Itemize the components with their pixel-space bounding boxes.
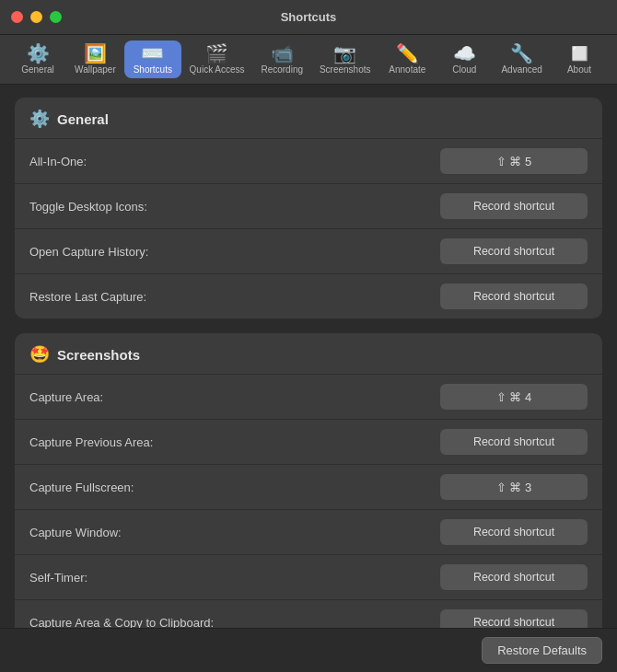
section-general: ⚙️GeneralAll-In-One:⇧ ⌘ 5Toggle Desktop … — [15, 98, 602, 319]
shortcut-button-capture-previous[interactable]: Record shortcut — [440, 429, 588, 455]
toolbar-label-general: General — [21, 64, 54, 75]
shortcut-button-all-in-one[interactable]: ⇧ ⌘ 5 — [440, 148, 588, 174]
general-section-icon: ⚙️ — [29, 109, 50, 129]
row-label-capture-fullscreen: Capture Fullscreen: — [29, 481, 134, 494]
minimize-button[interactable] — [30, 11, 42, 23]
row-label-open-capture: Open Capture History: — [29, 245, 148, 259]
section-title-general: General — [57, 111, 109, 127]
toolbar-item-general[interactable]: ⚙️General — [9, 41, 66, 78]
title-bar: Shortcuts — [0, 0, 617, 35]
shortcut-button-capture-area[interactable]: ⇧ ⌘ 4 — [440, 384, 588, 410]
toolbar-item-cloud[interactable]: ☁️Cloud — [436, 41, 493, 78]
restore-defaults-button[interactable]: Restore Defaults — [482, 637, 602, 664]
window-controls — [11, 11, 62, 23]
annotate-icon: ✏️ — [396, 44, 419, 63]
shortcut-button-toggle-desktop[interactable]: Record shortcut — [440, 193, 588, 219]
quick-access-icon: 🎬 — [205, 44, 228, 63]
row-label-self-timer: Self-Timer: — [29, 571, 87, 585]
toolbar-label-wallpaper: Wallpaper — [75, 64, 116, 75]
screenshots-icon: 📷 — [333, 44, 356, 63]
row-label-capture-previous: Capture Previous Area: — [29, 435, 153, 449]
about-icon: ◻️ — [568, 44, 591, 63]
toolbar-item-shortcuts[interactable]: ⌨️Shortcuts — [124, 41, 181, 78]
row-capture-window: Capture Window:Record shortcut — [15, 510, 602, 555]
row-restore-last: Restore Last Capture:Record shortcut — [15, 274, 602, 319]
row-capture-fullscreen: Capture Fullscreen:⇧ ⌘ 3 — [15, 465, 602, 510]
recording-icon: 📹 — [271, 44, 294, 63]
row-open-capture: Open Capture History:Record shortcut — [15, 229, 602, 274]
row-label-capture-area: Capture Area: — [29, 390, 103, 404]
row-all-in-one: All-In-One:⇧ ⌘ 5 — [15, 139, 602, 184]
toolbar-label-advanced: Advanced — [501, 64, 541, 75]
screenshots-section-icon: 🤩 — [29, 344, 50, 365]
toolbar-label-cloud: Cloud — [452, 64, 476, 75]
row-self-timer: Self-Timer:Record shortcut — [15, 555, 602, 600]
toolbar-item-quick-access[interactable]: 🎬Quick Access — [181, 41, 253, 78]
toolbar-item-recording[interactable]: 📹Recording — [252, 41, 311, 78]
close-button[interactable] — [11, 11, 23, 23]
row-label-all-in-one: All-In-One: — [29, 155, 87, 168]
shortcut-button-restore-last[interactable]: Record shortcut — [440, 284, 588, 309]
toolbar-item-wallpaper[interactable]: 🖼️Wallpaper — [66, 41, 124, 78]
row-toggle-desktop: Toggle Desktop Icons:Record shortcut — [15, 184, 602, 229]
shortcut-button-open-capture[interactable]: Record shortcut — [440, 238, 588, 264]
section-header-general: ⚙️General — [15, 98, 602, 139]
toolbar-label-screenshots: Screenshots — [320, 64, 371, 75]
advanced-icon: 🔧 — [510, 44, 533, 63]
shortcuts-icon: ⌨️ — [141, 44, 164, 63]
section-header-screenshots: 🤩Screenshots — [15, 333, 602, 375]
row-label-capture-window: Capture Window: — [29, 526, 122, 539]
main-content: ⚙️GeneralAll-In-One:⇧ ⌘ 5Toggle Desktop … — [0, 85, 617, 668]
toolbar-item-screenshots[interactable]: 📷Screenshots — [311, 41, 378, 78]
shortcut-button-capture-fullscreen[interactable]: ⇧ ⌘ 3 — [440, 474, 588, 500]
window-title: Shortcuts — [281, 10, 337, 24]
toolbar-item-about[interactable]: ◻️About — [551, 41, 608, 78]
toolbar: ⚙️General🖼️Wallpaper⌨️Shortcuts🎬Quick Ac… — [0, 35, 617, 85]
toolbar-item-advanced[interactable]: 🔧Advanced — [493, 41, 551, 78]
shortcut-button-self-timer[interactable]: Record shortcut — [440, 564, 588, 590]
cloud-icon: ☁️ — [453, 44, 476, 63]
toolbar-label-about: About — [567, 64, 591, 75]
wallpaper-icon: 🖼️ — [84, 44, 107, 63]
shortcut-button-capture-window[interactable]: Record shortcut — [440, 519, 588, 545]
general-icon: ⚙️ — [27, 44, 50, 63]
toolbar-item-annotate[interactable]: ✏️Annotate — [378, 41, 436, 78]
toolbar-label-annotate: Annotate — [389, 64, 425, 75]
section-title-screenshots: Screenshots — [57, 347, 140, 363]
row-label-toggle-desktop: Toggle Desktop Icons: — [29, 200, 147, 214]
maximize-button[interactable] — [50, 11, 62, 23]
row-label-restore-last: Restore Last Capture: — [29, 290, 146, 304]
section-screenshots: 🤩ScreenshotsCapture Area:⇧ ⌘ 4Capture Pr… — [15, 333, 602, 668]
row-capture-previous: Capture Previous Area:Record shortcut — [15, 420, 602, 465]
toolbar-label-quick-access: Quick Access — [190, 64, 245, 75]
row-capture-area: Capture Area:⇧ ⌘ 4 — [15, 375, 602, 420]
toolbar-label-recording: Recording — [261, 64, 303, 75]
toolbar-label-shortcuts: Shortcuts — [134, 64, 172, 75]
bottom-bar: Restore Defaults — [0, 628, 617, 672]
